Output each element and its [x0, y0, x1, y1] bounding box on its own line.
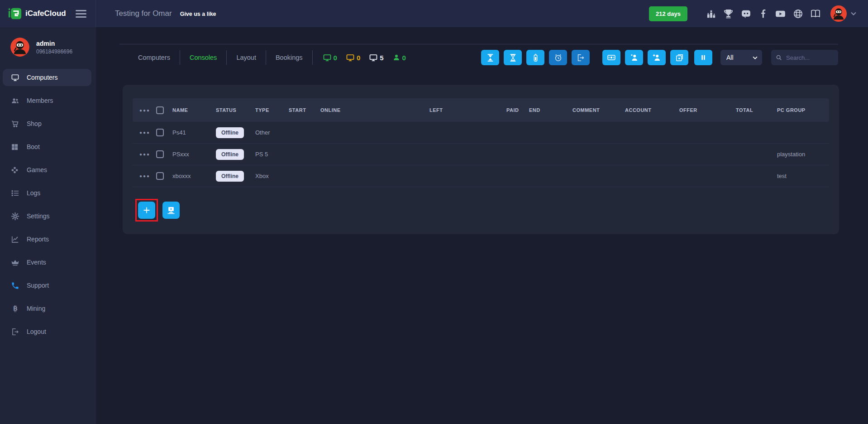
- window-restore-icon: [675, 53, 684, 62]
- facebook-icon[interactable]: [758, 9, 768, 19]
- row-menu-icon[interactable]: ●●●: [133, 108, 156, 113]
- sidebar-item-events[interactable]: Events: [3, 254, 91, 271]
- col-type: TYPE: [255, 107, 289, 113]
- sidebar-item-members[interactable]: Members: [3, 92, 91, 109]
- cell-status: Offline: [216, 171, 255, 182]
- brand-logo[interactable]: iCafeCloud: [8, 7, 66, 20]
- counter-offline-value: 5: [380, 54, 383, 62]
- col-comment: COMMENT: [572, 107, 625, 113]
- sidebar-item-mining[interactable]: B Mining: [3, 300, 91, 317]
- select-all-checkbox[interactable]: [156, 106, 164, 114]
- sidebar-item-reports[interactable]: Reports: [3, 231, 91, 248]
- user-avatar: [830, 5, 847, 22]
- discord-icon[interactable]: [740, 8, 752, 19]
- give-us-a-like-link[interactable]: Give us a like: [180, 11, 216, 17]
- tab-consoles[interactable]: Consoles: [180, 50, 226, 65]
- sidebar-label: Logout: [27, 328, 46, 335]
- add-console-button[interactable]: [138, 202, 155, 219]
- table-row: ●●● Ps41 Offline Other: [133, 122, 829, 144]
- member-star-button[interactable]: [625, 50, 643, 65]
- sidebar-item-games[interactable]: Games: [3, 161, 91, 178]
- counter-members-online[interactable]: 0: [392, 53, 406, 62]
- youtube-icon[interactable]: [775, 8, 786, 19]
- license-days-badge[interactable]: 212 days: [649, 6, 687, 21]
- col-left: LEFT: [429, 107, 506, 113]
- sidebar-label: Support: [27, 282, 49, 289]
- admin-profile[interactable]: admin 096184986696: [0, 27, 96, 65]
- filter-selected-value: All: [726, 54, 734, 61]
- admin-phone: 096184986696: [36, 48, 72, 55]
- status-counters: 0 0 5 0: [312, 50, 406, 65]
- counter-busy[interactable]: 0: [346, 53, 360, 62]
- sidebar-label: Logs: [27, 189, 40, 197]
- search-input[interactable]: [786, 54, 834, 61]
- crown-icon: [11, 258, 19, 267]
- trophy-icon[interactable]: [723, 9, 734, 19]
- sidebar-label: Computers: [27, 74, 57, 81]
- sidebar-item-logs[interactable]: Logs: [3, 184, 91, 202]
- chart-icon: [11, 235, 19, 244]
- sidebar-item-logout[interactable]: Logout: [3, 323, 91, 340]
- sidebar-item-boot[interactable]: Boot: [3, 138, 91, 155]
- card-footer: [133, 199, 829, 222]
- sidebar-item-shop[interactable]: Shop: [3, 115, 91, 132]
- toolbar: Computers Consoles Layout Bookings 0 0 5…: [119, 48, 838, 67]
- admin-name: admin: [36, 40, 72, 47]
- col-start: START: [289, 107, 320, 113]
- timer-filled-button[interactable]: [481, 50, 499, 65]
- tab-computers[interactable]: Computers: [129, 50, 180, 65]
- row-checkbox[interactable]: [156, 129, 164, 136]
- row-menu-icon[interactable]: ●●●: [133, 130, 156, 135]
- sidebar-label: Mining: [27, 305, 45, 312]
- row-checkbox[interactable]: [156, 150, 164, 158]
- col-pc-group: PC GROUP: [777, 107, 829, 113]
- people-icon: [11, 96, 19, 105]
- chevron-down-icon: [851, 12, 856, 15]
- counter-online[interactable]: 0: [323, 53, 337, 62]
- row-menu-icon[interactable]: ●●●: [133, 152, 156, 157]
- add-member-button[interactable]: [648, 50, 666, 65]
- hourglass-outline-icon: [509, 53, 517, 62]
- title-zone: Testing for Omar Give us a like: [115, 9, 216, 18]
- brand-name: iCafeCloud: [25, 9, 66, 18]
- gear-icon: [11, 212, 19, 221]
- person-star-icon: [630, 53, 639, 62]
- manual-book-icon[interactable]: [810, 8, 821, 19]
- sidebar-label: Boot: [27, 143, 40, 150]
- sign-out-button[interactable]: [572, 50, 590, 65]
- sidebar-item-computers[interactable]: Computers: [3, 69, 91, 86]
- user-menu[interactable]: [830, 5, 856, 22]
- window-restore-button[interactable]: [670, 50, 688, 65]
- row-checkbox[interactable]: [156, 172, 164, 180]
- admin-avatar: [10, 37, 30, 57]
- row-menu-icon[interactable]: ●●●: [133, 173, 156, 178]
- table-header-row: ●●● NAME STATUS TYPE START ONLINE LEFT P…: [133, 98, 829, 122]
- cart-icon: [11, 120, 19, 128]
- cell-type: Xbox: [255, 173, 289, 179]
- timer-outline-button[interactable]: [504, 50, 522, 65]
- pause-button[interactable]: [694, 50, 712, 65]
- tab-layout[interactable]: Layout: [226, 50, 266, 65]
- tab-bookings[interactable]: Bookings: [266, 50, 312, 65]
- import-consoles-button[interactable]: [162, 202, 180, 219]
- sidebar-label: Events: [27, 259, 46, 266]
- hamburger-menu-icon[interactable]: [76, 8, 86, 19]
- consoles-table-card: ●●● NAME STATUS TYPE START ONLINE LEFT P…: [123, 85, 839, 234]
- sidebar-item-settings[interactable]: Settings: [3, 207, 91, 225]
- filter-select[interactable]: All: [720, 50, 762, 65]
- highlight-box: [135, 199, 158, 222]
- counter-members-value: 0: [402, 54, 406, 62]
- battery-button[interactable]: [526, 50, 544, 65]
- sidebar: admin 096184986696 Computers Members Sho…: [0, 27, 96, 424]
- globe-icon[interactable]: [793, 9, 803, 19]
- alarm-clock-icon: [554, 53, 563, 62]
- hourglass-filled-icon: [486, 53, 495, 62]
- sidebar-nav: Computers Members Shop Boot Games: [0, 69, 96, 340]
- alarm-button[interactable]: [549, 50, 567, 65]
- cash-button[interactable]: [602, 50, 620, 65]
- cell-name: Ps41: [172, 129, 216, 136]
- ranking-icon[interactable]: [706, 9, 716, 19]
- sidebar-item-support[interactable]: Support: [3, 277, 91, 294]
- counter-offline[interactable]: 5: [369, 53, 383, 62]
- sidebar-label: Reports: [27, 236, 49, 243]
